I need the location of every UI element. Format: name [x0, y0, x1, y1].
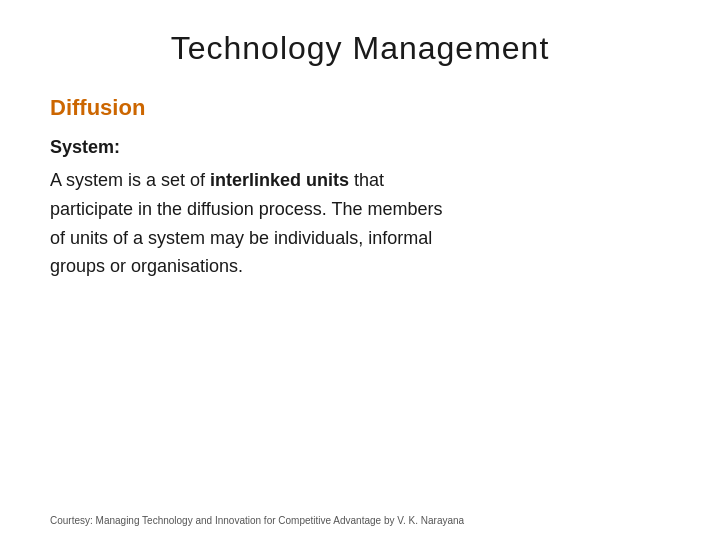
section-heading: Diffusion — [50, 95, 670, 121]
body-text-pre-bold: A system is a set of — [50, 170, 210, 190]
page-title: Technology Management — [50, 30, 670, 67]
footer-credit: Courtesy: Managing Technology and Innova… — [50, 515, 464, 526]
body-text-bold: interlinked units — [210, 170, 349, 190]
body-text-post-bold: that — [349, 170, 384, 190]
body-text-line4: groups or organisations. — [50, 256, 243, 276]
body-text: A system is a set of interlinked units t… — [50, 166, 670, 281]
body-text-line3: of units of a system may be individuals,… — [50, 228, 432, 248]
subsection-label: System: — [50, 137, 670, 158]
page-container: Technology Management Diffusion System: … — [0, 0, 720, 540]
body-text-line2: participate in the diffusion process. Th… — [50, 199, 443, 219]
